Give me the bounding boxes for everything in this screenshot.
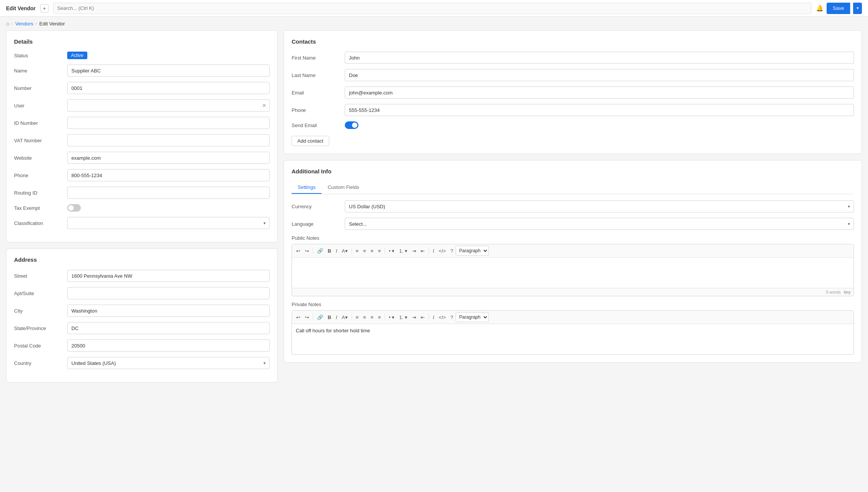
pn-help-button[interactable]: ? <box>448 313 455 321</box>
italic2-button[interactable]: I <box>431 247 436 255</box>
font-color-button[interactable]: A▾ <box>340 247 350 255</box>
details-card: Details Status Active Name Number User ✕ <box>6 30 278 242</box>
email-input[interactable] <box>345 86 854 99</box>
pn-paragraph-select[interactable]: Paragraph <box>456 312 489 322</box>
vat-number-input[interactable] <box>67 134 270 146</box>
contact-phone-label: Phone <box>292 107 345 113</box>
ordered-list-button[interactable]: 1. ▾ <box>397 247 409 255</box>
pn-align-center-button[interactable]: ≡ <box>361 313 368 321</box>
align-center-button[interactable]: ≡ <box>361 247 368 255</box>
save-button[interactable]: Save <box>827 3 850 14</box>
breadcrumb-sep-1: › <box>11 21 13 26</box>
name-row: Name <box>14 64 270 77</box>
number-input[interactable] <box>67 82 270 94</box>
help-button[interactable]: ? <box>448 247 455 255</box>
pn-align-right-button[interactable]: ≡ <box>369 313 376 321</box>
pn-indent-button[interactable]: ⇥ <box>410 313 418 321</box>
tab-custom-fields[interactable]: Custom Fields <box>322 181 365 194</box>
state-input[interactable] <box>67 322 270 334</box>
tax-exempt-toggle[interactable] <box>67 204 81 212</box>
first-name-input[interactable] <box>345 52 854 64</box>
first-name-label: First Name <box>292 55 345 61</box>
email-row: Email <box>292 86 854 99</box>
pn-redo-button[interactable]: ↪ <box>303 313 311 321</box>
language-select[interactable]: Select... <box>345 218 854 230</box>
app-title: Edit Vendor <box>6 5 36 11</box>
currency-select[interactable]: US Dollar (USD) <box>345 200 854 212</box>
pn-outdent-button[interactable]: ⇤ <box>419 313 427 321</box>
send-email-toggle[interactable] <box>345 121 358 129</box>
private-notes-toolbar: ↩ ↪ 🔗 B I A▾ ≡ ≡ ≡ ≡ • ▾ 1. ▾ ⇥ ⇤ <box>292 311 854 324</box>
save-dropdown-button[interactable]: ▾ <box>853 3 862 14</box>
indent-button[interactable]: ⇥ <box>410 247 418 255</box>
tabs: Settings Custom Fields <box>292 181 854 194</box>
status-label: Status <box>14 53 67 58</box>
public-notes-content[interactable] <box>292 258 854 288</box>
undo-button[interactable]: ↩ <box>294 247 302 255</box>
pn-align-left-button[interactable]: ≡ <box>354 313 361 321</box>
pn-bold-button[interactable]: B <box>326 313 333 321</box>
state-label: State/Province <box>14 325 67 331</box>
code-button[interactable]: </> <box>437 247 448 255</box>
tab-settings[interactable]: Settings <box>292 181 322 194</box>
classification-select[interactable] <box>67 217 270 229</box>
pn-undo-button[interactable]: ↩ <box>294 313 302 321</box>
country-select-wrapper: United States (USA) <box>67 357 270 369</box>
last-name-input[interactable] <box>345 69 854 81</box>
public-notes-editor: ↩ ↪ 🔗 B I A▾ ≡ ≡ ≡ ≡ • ▾ 1. ▾ ⇥ ⇤ <box>292 244 854 296</box>
website-input[interactable] <box>67 152 270 164</box>
link-button[interactable]: 🔗 <box>315 247 325 255</box>
outdent-button[interactable]: ⇤ <box>419 247 427 255</box>
details-title: Details <box>14 38 270 45</box>
postal-input[interactable] <box>67 340 270 352</box>
public-notes-toolbar: ↩ ↪ 🔗 B I A▾ ≡ ≡ ≡ ≡ • ▾ 1. ▾ ⇥ ⇤ <box>292 244 854 258</box>
pn-link-button[interactable]: 🔗 <box>315 313 325 321</box>
home-icon[interactable]: ⌂ <box>6 20 9 27</box>
private-notes-content[interactable]: Call off hours for shorter hold time <box>292 324 854 354</box>
routing-id-input[interactable] <box>67 187 270 199</box>
left-panel: Details Status Active Name Number User ✕ <box>6 30 278 382</box>
private-notes-label: Private Notes <box>292 302 854 307</box>
city-input[interactable] <box>67 305 270 317</box>
user-input-wrapper: ✕ <box>67 99 270 112</box>
bold-button[interactable]: B <box>326 247 333 255</box>
redo-button[interactable]: ↪ <box>303 247 311 255</box>
user-input[interactable] <box>67 99 270 112</box>
apt-input[interactable] <box>67 287 270 299</box>
breadcrumb-vendors[interactable]: Vendors <box>15 21 33 27</box>
name-label: Name <box>14 68 67 74</box>
email-label: Email <box>292 90 345 96</box>
breadcrumb-current: Edit Vendor <box>39 21 65 27</box>
align-left-button[interactable]: ≡ <box>354 247 361 255</box>
bell-icon[interactable]: 🔔 <box>816 5 824 12</box>
add-button[interactable]: + <box>40 4 49 13</box>
italic-button[interactable]: I <box>334 247 339 255</box>
contact-phone-input[interactable] <box>345 104 854 116</box>
phone-input[interactable] <box>67 169 270 181</box>
main-layout: Details Status Active Name Number User ✕ <box>0 30 868 388</box>
pn-bullet-list-button[interactable]: • ▾ <box>387 313 396 321</box>
pn-font-color-button[interactable]: A▾ <box>340 313 350 321</box>
id-number-input[interactable] <box>67 117 270 129</box>
align-justify-button[interactable]: ≡ <box>376 247 383 255</box>
name-input[interactable] <box>67 64 270 77</box>
user-clear-button[interactable]: ✕ <box>262 102 267 108</box>
pn-italic2-button[interactable]: I <box>431 313 436 321</box>
routing-id-row: Routing ID <box>14 187 270 199</box>
website-row: Website <box>14 152 270 164</box>
address-title: Address <box>14 256 270 263</box>
add-contact-button[interactable]: Add contact <box>292 136 329 146</box>
street-input[interactable] <box>67 270 270 282</box>
pn-ordered-list-button[interactable]: 1. ▾ <box>397 313 409 321</box>
search-input[interactable] <box>53 3 812 14</box>
align-right-button[interactable]: ≡ <box>369 247 376 255</box>
public-notes-label: Public Notes <box>292 235 854 241</box>
paragraph-select[interactable]: Paragraph <box>456 246 489 256</box>
pn-code-button[interactable]: </> <box>437 313 448 321</box>
pn-align-justify-button[interactable]: ≡ <box>376 313 383 321</box>
bullet-list-button[interactable]: • ▾ <box>387 247 396 255</box>
phone-row: Phone <box>14 169 270 181</box>
pn-italic-button[interactable]: I <box>334 313 339 321</box>
public-notes-footer: 0 words tiny <box>292 288 854 296</box>
country-select[interactable]: United States (USA) <box>67 357 270 369</box>
